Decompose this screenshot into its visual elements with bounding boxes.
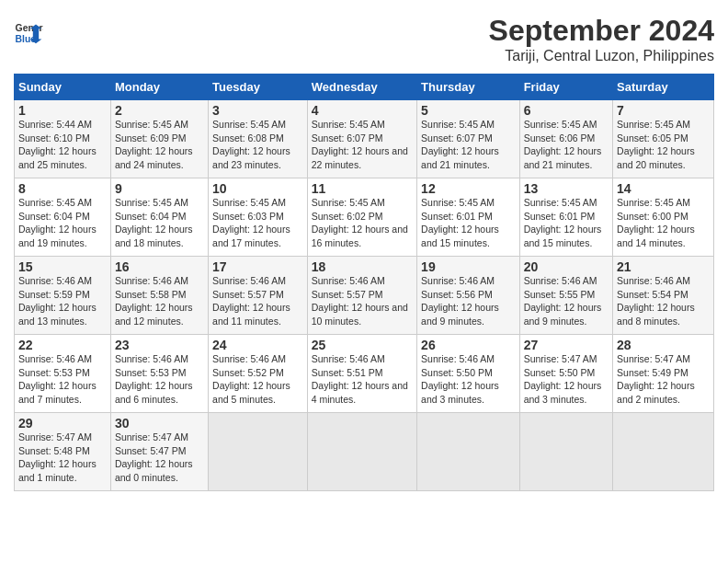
calendar-week-row: 1Sunrise: 5:44 AMSunset: 6:10 PMDaylight… (15, 100, 714, 178)
day-info: Sunrise: 5:45 AMSunset: 6:07 PMDaylight:… (421, 119, 499, 170)
day-number: 12 (421, 181, 516, 196)
table-cell: 5Sunrise: 5:45 AMSunset: 6:07 PMDaylight… (417, 100, 520, 178)
table-cell: 12Sunrise: 5:45 AMSunset: 6:01 PMDayligh… (417, 178, 520, 257)
day-number: 15 (18, 259, 107, 274)
day-info: Sunrise: 5:47 AMSunset: 5:50 PMDaylight:… (524, 353, 602, 405)
day-number: 22 (18, 338, 107, 352)
day-info: Sunrise: 5:45 AMSunset: 6:06 PMDaylight:… (524, 119, 602, 170)
logo: General Blue (14, 18, 47, 48)
table-cell: 29Sunrise: 5:47 AMSunset: 5:48 PMDayligh… (15, 413, 111, 491)
day-info: Sunrise: 5:45 AMSunset: 6:04 PMDaylight:… (115, 197, 193, 248)
day-number: 2 (115, 103, 204, 118)
table-cell (209, 413, 308, 491)
day-info: Sunrise: 5:45 AMSunset: 6:05 PMDaylight:… (617, 119, 695, 170)
day-number: 7 (617, 103, 710, 118)
table-cell: 8Sunrise: 5:45 AMSunset: 6:04 PMDaylight… (15, 178, 111, 257)
day-number: 10 (212, 181, 303, 196)
table-cell: 7Sunrise: 5:45 AMSunset: 6:05 PMDaylight… (613, 100, 714, 178)
col-saturday: Saturday (613, 75, 714, 100)
day-info: Sunrise: 5:47 AMSunset: 5:49 PMDaylight:… (617, 353, 695, 405)
day-number: 23 (115, 338, 204, 352)
logo-icon: General Blue (14, 18, 43, 48)
table-cell: 27Sunrise: 5:47 AMSunset: 5:50 PMDayligh… (519, 335, 612, 413)
day-number: 6 (524, 103, 609, 118)
day-info: Sunrise: 5:46 AMSunset: 5:56 PMDaylight:… (421, 275, 499, 327)
day-number: 28 (617, 338, 710, 352)
day-info: Sunrise: 5:45 AMSunset: 6:03 PMDaylight:… (212, 197, 290, 248)
day-number: 3 (212, 103, 303, 118)
day-number: 9 (115, 181, 204, 196)
day-info: Sunrise: 5:47 AMSunset: 5:48 PMDaylight:… (18, 431, 97, 483)
table-cell: 28Sunrise: 5:47 AMSunset: 5:49 PMDayligh… (613, 335, 714, 413)
calendar-title-block: September 2024 Tariji, Central Luzon, Ph… (489, 14, 714, 64)
day-number: 1 (18, 103, 107, 118)
day-number: 19 (421, 259, 516, 274)
col-friday: Friday (519, 75, 612, 100)
table-cell (417, 413, 520, 491)
day-number: 16 (115, 259, 204, 274)
table-cell: 2Sunrise: 5:45 AMSunset: 6:09 PMDaylight… (110, 100, 208, 178)
day-number: 27 (524, 338, 609, 352)
day-info: Sunrise: 5:45 AMSunset: 6:02 PMDaylight:… (312, 197, 408, 248)
table-cell (613, 413, 714, 491)
day-info: Sunrise: 5:45 AMSunset: 6:00 PMDaylight:… (617, 197, 695, 248)
day-number: 26 (421, 338, 516, 352)
col-tuesday: Tuesday (209, 75, 308, 100)
day-info: Sunrise: 5:46 AMSunset: 5:50 PMDaylight:… (421, 353, 499, 405)
day-info: Sunrise: 5:45 AMSunset: 6:09 PMDaylight:… (115, 119, 193, 170)
table-cell: 15Sunrise: 5:46 AMSunset: 5:59 PMDayligh… (15, 257, 111, 335)
calendar-subtitle: Tariji, Central Luzon, Philippines (489, 48, 714, 64)
col-wednesday: Wednesday (307, 75, 416, 100)
calendar-week-row: 15Sunrise: 5:46 AMSunset: 5:59 PMDayligh… (15, 257, 714, 335)
day-number: 25 (312, 338, 413, 352)
day-number: 20 (524, 259, 609, 274)
day-info: Sunrise: 5:46 AMSunset: 5:52 PMDaylight:… (212, 353, 290, 405)
day-info: Sunrise: 5:46 AMSunset: 5:53 PMDaylight:… (115, 353, 193, 405)
table-cell: 24Sunrise: 5:46 AMSunset: 5:52 PMDayligh… (209, 335, 308, 413)
day-info: Sunrise: 5:45 AMSunset: 6:07 PMDaylight:… (312, 119, 408, 170)
header-row: Sunday Monday Tuesday Wednesday Thursday… (15, 75, 714, 100)
table-cell (307, 413, 416, 491)
day-info: Sunrise: 5:46 AMSunset: 5:54 PMDaylight:… (617, 275, 695, 327)
day-info: Sunrise: 5:46 AMSunset: 5:55 PMDaylight:… (524, 275, 602, 327)
day-info: Sunrise: 5:45 AMSunset: 6:08 PMDaylight:… (212, 119, 290, 170)
table-cell: 23Sunrise: 5:46 AMSunset: 5:53 PMDayligh… (110, 335, 208, 413)
day-number: 11 (312, 181, 413, 196)
table-cell: 11Sunrise: 5:45 AMSunset: 6:02 PMDayligh… (307, 178, 416, 257)
table-cell: 20Sunrise: 5:46 AMSunset: 5:55 PMDayligh… (519, 257, 612, 335)
day-number: 14 (617, 181, 710, 196)
table-cell: 14Sunrise: 5:45 AMSunset: 6:00 PMDayligh… (613, 178, 714, 257)
day-info: Sunrise: 5:46 AMSunset: 5:58 PMDaylight:… (115, 275, 193, 327)
day-info: Sunrise: 5:46 AMSunset: 5:57 PMDaylight:… (212, 275, 290, 327)
day-number: 17 (212, 259, 303, 274)
day-number: 18 (312, 259, 413, 274)
table-cell: 18Sunrise: 5:46 AMSunset: 5:57 PMDayligh… (307, 257, 416, 335)
day-number: 21 (617, 259, 710, 274)
col-thursday: Thursday (417, 75, 520, 100)
table-cell: 3Sunrise: 5:45 AMSunset: 6:08 PMDaylight… (209, 100, 308, 178)
table-cell: 19Sunrise: 5:46 AMSunset: 5:56 PMDayligh… (417, 257, 520, 335)
table-cell: 13Sunrise: 5:45 AMSunset: 6:01 PMDayligh… (519, 178, 612, 257)
day-number: 5 (421, 103, 516, 118)
day-info: Sunrise: 5:44 AMSunset: 6:10 PMDaylight:… (18, 119, 97, 170)
day-info: Sunrise: 5:46 AMSunset: 5:57 PMDaylight:… (312, 275, 408, 327)
day-number: 24 (212, 338, 303, 352)
day-info: Sunrise: 5:46 AMSunset: 5:59 PMDaylight:… (18, 275, 97, 327)
calendar-week-row: 8Sunrise: 5:45 AMSunset: 6:04 PMDaylight… (15, 178, 714, 257)
table-cell: 22Sunrise: 5:46 AMSunset: 5:53 PMDayligh… (15, 335, 111, 413)
calendar-week-row: 22Sunrise: 5:46 AMSunset: 5:53 PMDayligh… (15, 335, 714, 413)
col-sunday: Sunday (15, 75, 111, 100)
col-monday: Monday (110, 75, 208, 100)
calendar-table: Sunday Monday Tuesday Wednesday Thursday… (14, 74, 714, 491)
table-cell: 30Sunrise: 5:47 AMSunset: 5:47 PMDayligh… (110, 413, 208, 491)
table-cell: 1Sunrise: 5:44 AMSunset: 6:10 PMDaylight… (15, 100, 111, 178)
day-info: Sunrise: 5:45 AMSunset: 6:01 PMDaylight:… (524, 197, 602, 248)
calendar-week-row: 29Sunrise: 5:47 AMSunset: 5:48 PMDayligh… (15, 413, 714, 491)
table-cell: 17Sunrise: 5:46 AMSunset: 5:57 PMDayligh… (209, 257, 308, 335)
day-info: Sunrise: 5:46 AMSunset: 5:53 PMDaylight:… (18, 353, 97, 405)
day-number: 30 (115, 416, 204, 431)
table-cell: 4Sunrise: 5:45 AMSunset: 6:07 PMDaylight… (307, 100, 416, 178)
table-cell: 16Sunrise: 5:46 AMSunset: 5:58 PMDayligh… (110, 257, 208, 335)
day-info: Sunrise: 5:46 AMSunset: 5:51 PMDaylight:… (312, 353, 408, 405)
table-cell: 26Sunrise: 5:46 AMSunset: 5:50 PMDayligh… (417, 335, 520, 413)
